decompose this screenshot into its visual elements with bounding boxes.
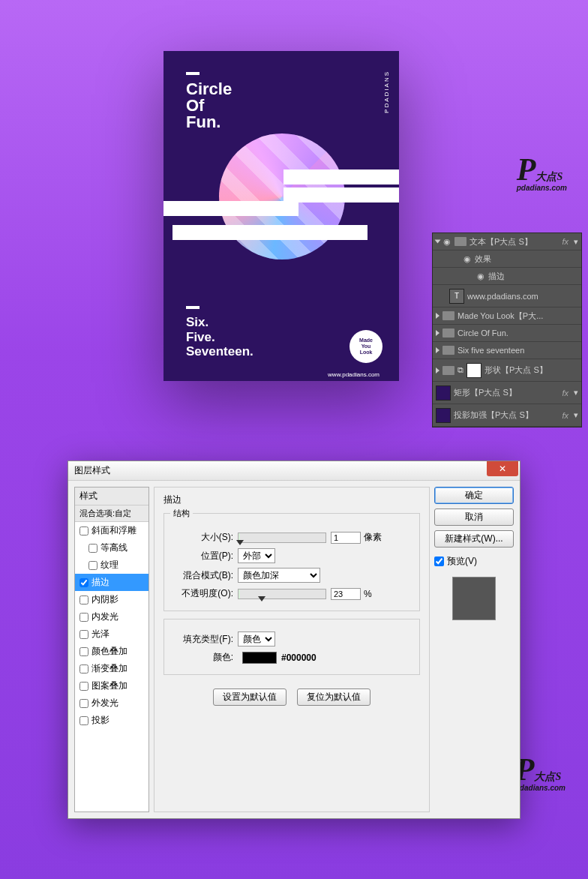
style-item[interactable]: 等高线 [75, 539, 148, 556]
size-input[interactable] [331, 532, 361, 544]
style-item-label: 描边 [92, 576, 110, 589]
disclosure-icon[interactable] [435, 240, 441, 244]
color-label: 颜色: [170, 651, 233, 664]
white-bar [284, 188, 399, 202]
style-item[interactable]: 内发光 [75, 608, 148, 626]
style-item[interactable]: 渐变叠加 [75, 660, 148, 677]
style-checkbox[interactable] [80, 578, 88, 587]
layer-row[interactable]: ◉ 效果 [433, 250, 581, 268]
style-item[interactable]: 外发光 [75, 694, 148, 712]
visibility-icon[interactable]: ◉ [442, 237, 452, 247]
new-style-button[interactable]: 新建样式(W)... [434, 530, 514, 548]
mask-thumb[interactable] [466, 363, 482, 378]
reset-default-button[interactable]: 复位为默认值 [297, 688, 370, 706]
link-icon[interactable]: ⧉ [458, 365, 464, 375]
style-checkbox[interactable] [88, 544, 98, 553]
style-checkbox[interactable] [80, 526, 88, 536]
style-checkbox[interactable] [80, 613, 88, 622]
style-checkbox[interactable] [80, 630, 88, 639]
layer-row[interactable]: 矩形【P大点 S】 fx▾ [433, 382, 581, 404]
folder-icon [442, 328, 454, 338]
disclosure-icon[interactable] [436, 313, 440, 319]
cancel-button[interactable]: 取消 [434, 508, 514, 526]
poster-canvas: PDADIANS Circle Of Fun. Six. Five. Seven… [164, 51, 399, 381]
set-default-button[interactable]: 设置为默认值 [213, 688, 286, 706]
watermark: P大点S pdadians.com [517, 158, 567, 192]
blend-options-item[interactable]: 混合选项:自定 [75, 506, 148, 522]
style-item[interactable]: 投影 [75, 712, 148, 729]
disclosure-icon[interactable] [436, 330, 440, 336]
style-checkbox[interactable] [88, 561, 98, 570]
layers-panel: ◉ 文本【P大点 S】 fx▾ ◉ 效果 ◉ 描边 T www.pdadians… [432, 232, 582, 428]
close-button[interactable]: ✕ [487, 461, 518, 476]
layer-row[interactable]: ◉ 描边 [433, 268, 581, 285]
style-item-label: 外发光 [92, 697, 118, 710]
opacity-slider[interactable] [238, 589, 326, 599]
layer-row[interactable]: Circle Of Fun. [433, 325, 581, 342]
preview-checkbox[interactable]: 预览(V) [434, 555, 514, 568]
panel-heading: 描边 [164, 494, 420, 506]
color-swatch[interactable] [242, 652, 277, 664]
style-item[interactable]: 斜面和浮雕 [75, 522, 148, 539]
blend-mode-select[interactable]: 颜色加深 [238, 568, 320, 583]
opacity-label: 不透明度(O): [170, 587, 233, 600]
layer-row[interactable]: Six five seventeen [433, 342, 581, 359]
text-layer-icon: T [449, 289, 464, 304]
style-item-label: 等高线 [100, 542, 128, 554]
style-item-label: 纹理 [100, 559, 118, 572]
white-bar [164, 201, 298, 216]
fx-badge[interactable]: fx [562, 388, 568, 398]
color-hex: #000000 [281, 652, 316, 663]
style-checkbox[interactable] [80, 647, 88, 656]
position-select[interactable]: 外部 [238, 548, 275, 563]
style-item-label: 斜面和浮雕 [92, 524, 136, 537]
layer-style-dialog: 图层样式 ✕ 样式 混合选项:自定 斜面和浮雕等高线纹理描边内阴影内发光光泽颜色… [68, 460, 520, 819]
watermark: P大点S pdadians.com [515, 758, 566, 792]
white-bar [284, 170, 399, 184]
folder-icon [454, 237, 466, 246]
structure-group: 结构 大小(S): 像素 位置(P): 外部 混合模式(B): 颜色加深 不透明… [164, 508, 420, 611]
disclosure-icon[interactable] [436, 368, 440, 374]
style-checkbox[interactable] [80, 716, 88, 725]
fill-group: 填充类型(F): 颜色 颜色: #000000 [164, 619, 420, 675]
style-item-label: 颜色叠加 [92, 645, 128, 658]
fill-type-label: 填充类型(F): [170, 633, 233, 646]
layer-row[interactable]: ⧉ 形状【P大点 S】 [433, 359, 581, 382]
layer-row[interactable]: T www.pdadians.com [433, 285, 581, 308]
position-label: 位置(P): [170, 550, 233, 562]
layer-thumb[interactable] [436, 386, 451, 400]
folder-icon [442, 346, 454, 355]
visibility-icon[interactable]: ◉ [476, 272, 485, 281]
disclosure-icon[interactable] [436, 347, 440, 353]
layer-row[interactable]: ◉ 文本【P大点 S】 fx▾ [433, 233, 581, 250]
style-list: 样式 混合选项:自定 斜面和浮雕等高线纹理描边内阴影内发光光泽颜色叠加渐变叠加图… [74, 487, 149, 812]
style-item[interactable]: 光泽 [75, 626, 148, 643]
style-item-label: 渐变叠加 [92, 662, 128, 675]
style-checkbox[interactable] [80, 682, 88, 691]
poster-subtitle: Six. Five. Seventeen. [186, 306, 254, 359]
style-item[interactable]: 颜色叠加 [75, 643, 148, 660]
visibility-icon[interactable]: ◉ [463, 254, 472, 264]
fx-badge[interactable]: fx [562, 411, 568, 420]
style-checkbox[interactable] [80, 699, 88, 708]
style-item[interactable]: 内阴影 [75, 591, 148, 608]
layer-thumb[interactable] [436, 408, 451, 423]
white-bar [172, 225, 368, 240]
ok-button[interactable]: 确定 [434, 487, 514, 504]
style-item[interactable]: 图案叠加 [75, 677, 148, 694]
opacity-input[interactable] [331, 588, 361, 600]
style-checkbox[interactable] [80, 664, 88, 674]
style-checkbox[interactable] [80, 596, 88, 604]
style-item-label: 投影 [92, 714, 110, 727]
style-item[interactable]: 纹理 [75, 556, 148, 574]
layer-row[interactable]: Made You Look【P大... [433, 308, 581, 325]
layer-row[interactable]: 投影加强【P大点 S】 fx▾ [433, 404, 581, 427]
fill-type-select[interactable]: 颜色 [238, 632, 275, 646]
size-slider[interactable] [238, 532, 326, 543]
dialog-titlebar[interactable]: 图层样式 ✕ [68, 461, 520, 481]
preview-swatch [452, 577, 496, 620]
stroke-options-panel: 描边 结构 大小(S): 像素 位置(P): 外部 混合模式(B): 颜色加深 [154, 487, 430, 812]
poster-preview: PDADIANS Circle Of Fun. Six. Five. Seven… [164, 51, 399, 381]
fx-badge[interactable]: fx [562, 237, 568, 246]
style-item[interactable]: 描边 [75, 574, 148, 591]
